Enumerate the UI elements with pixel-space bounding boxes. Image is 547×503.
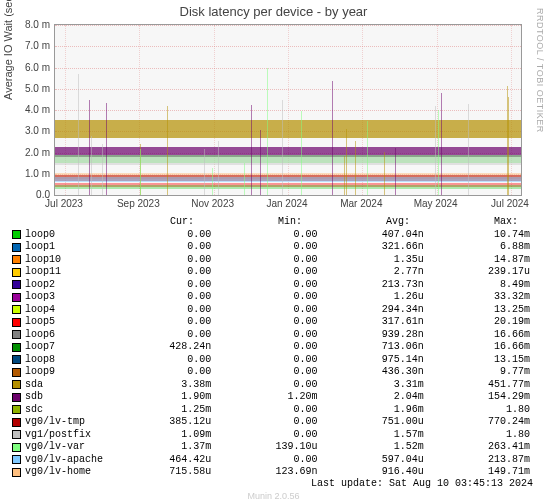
legend-row: vg0/lv-apache464.42u0.00597.04u213.87m xyxy=(12,454,530,467)
legend-row: loop10.000.00321.66n6.88m xyxy=(12,241,530,254)
y-tick: 7.0 m xyxy=(25,40,50,51)
legend-avg: 939.28n xyxy=(318,329,424,342)
legend-min: 0.00 xyxy=(211,416,317,429)
legend-cur: 1.25m xyxy=(105,404,211,417)
y-tick: 2.0 m xyxy=(25,146,50,157)
rrdtool-credit: RRDTOOL / TOBI OETIKER xyxy=(535,8,545,133)
y-tick: 5.0 m xyxy=(25,82,50,93)
legend-row: vg1/postfix1.09m0.001.57m1.80 xyxy=(12,429,530,442)
legend-row: loop90.000.00436.30n9.77m xyxy=(12,366,530,379)
legend-min: 0.00 xyxy=(211,254,317,267)
legend-max: 6.88m xyxy=(424,241,530,254)
legend-cur: 1.37m xyxy=(105,441,211,454)
legend-avg: 2.04m xyxy=(318,391,424,404)
legend-color-chip xyxy=(12,393,21,402)
legend-color-chip xyxy=(12,455,21,464)
legend-color-chip xyxy=(12,430,21,439)
legend-max: 13.15m xyxy=(424,354,530,367)
y-tick: 3.0 m xyxy=(25,125,50,136)
legend-series-name: vg0/lv-apache xyxy=(25,454,105,467)
legend-row: loop7428.24n0.00713.06n16.66m xyxy=(12,341,530,354)
legend-series-name: loop10 xyxy=(25,254,105,267)
legend-cur: 715.58u xyxy=(105,466,211,479)
legend-color-chip xyxy=(12,268,21,277)
legend-max: 9.77m xyxy=(424,366,530,379)
legend-min: 0.00 xyxy=(211,304,317,317)
x-tick: Sep 2023 xyxy=(117,198,160,209)
legend-color-chip xyxy=(12,330,21,339)
legend-avg: 1.52m xyxy=(318,441,424,454)
legend-cur: 0.00 xyxy=(105,291,211,304)
col-cur: Cur: xyxy=(86,216,194,229)
legend-color-chip xyxy=(12,318,21,327)
legend-series-name: loop4 xyxy=(25,304,105,317)
legend-min: 139.10u xyxy=(211,441,317,454)
chart-title: Disk latency per device - by year xyxy=(0,4,547,19)
legend-row: loop50.000.00317.61n20.19m xyxy=(12,316,530,329)
legend-color-chip xyxy=(12,418,21,427)
legend-color-chip xyxy=(12,343,21,352)
x-tick: Mar 2024 xyxy=(340,198,382,209)
legend-cur: 464.42u xyxy=(105,454,211,467)
legend-avg: 213.73n xyxy=(318,279,424,292)
legend-min: 0.00 xyxy=(211,341,317,354)
legend-color-chip xyxy=(12,368,21,377)
y-axis-ticks: 0.01.0 m2.0 m3.0 m4.0 m5.0 m6.0 m7.0 m8.… xyxy=(24,20,52,196)
x-tick: Jan 2024 xyxy=(266,198,307,209)
legend-series-name: loop9 xyxy=(25,366,105,379)
legend-cur: 0.00 xyxy=(105,229,211,242)
legend-min: 0.00 xyxy=(211,291,317,304)
legend-max: 8.49m xyxy=(424,279,530,292)
legend-max: 451.77m xyxy=(424,379,530,392)
x-tick: Nov 2023 xyxy=(191,198,234,209)
legend-cur: 3.38m xyxy=(105,379,211,392)
legend-max: 239.17u xyxy=(424,266,530,279)
legend-avg: 751.00u xyxy=(318,416,424,429)
legend-color-chip xyxy=(12,355,21,364)
legend-row: loop00.000.00407.04n10.74m xyxy=(12,229,530,242)
legend-min: 0.00 xyxy=(211,429,317,442)
legend-row: loop60.000.00939.28n16.66m xyxy=(12,329,530,342)
legend-max: 13.25m xyxy=(424,304,530,317)
legend-series-name: loop1 xyxy=(25,241,105,254)
x-tick: Jul 2023 xyxy=(45,198,83,209)
y-tick: 1.0 m xyxy=(25,167,50,178)
legend-series-name: vg0/lv-var xyxy=(25,441,105,454)
legend-table: Cur: Min: Avg: Max: loop00.000.00407.04n… xyxy=(12,216,530,479)
legend-avg: 294.34n xyxy=(318,304,424,317)
legend-color-chip xyxy=(12,305,21,314)
legend-row: sdb1.90m1.20m2.04m154.29m xyxy=(12,391,530,404)
legend-color-chip xyxy=(12,243,21,252)
legend-series-name: loop2 xyxy=(25,279,105,292)
legend-avg: 321.66n xyxy=(318,241,424,254)
legend-cur: 0.00 xyxy=(105,329,211,342)
legend-min: 0.00 xyxy=(211,404,317,417)
legend-series-name: vg0/lv-tmp xyxy=(25,416,105,429)
legend-min: 0.00 xyxy=(211,316,317,329)
legend-avg: 407.04n xyxy=(318,229,424,242)
legend-cur: 428.24n xyxy=(105,341,211,354)
legend-cur: 0.00 xyxy=(105,304,211,317)
x-axis-ticks: Jul 2023Sep 2023Nov 2023Jan 2024Mar 2024… xyxy=(54,198,522,212)
legend-avg: 317.61n xyxy=(318,316,424,329)
legend-series-name: sda xyxy=(25,379,105,392)
legend-series-name: vg1/postfix xyxy=(25,429,105,442)
y-tick: 8.0 m xyxy=(25,19,50,30)
legend-series-name: sdc xyxy=(25,404,105,417)
y-tick: 4.0 m xyxy=(25,104,50,115)
legend-avg: 713.06n xyxy=(318,341,424,354)
legend-min: 0.00 xyxy=(211,379,317,392)
legend-cur: 1.09m xyxy=(105,429,211,442)
col-max: Max: xyxy=(410,216,518,229)
legend-row: loop80.000.00975.14n13.15m xyxy=(12,354,530,367)
legend-cur: 0.00 xyxy=(105,254,211,267)
legend-series-name: loop0 xyxy=(25,229,105,242)
y-axis-label: Average IO Wait (seconds) xyxy=(2,0,14,100)
legend-cur: 0.00 xyxy=(105,316,211,329)
legend-color-chip xyxy=(12,230,21,239)
legend-series-name: loop11 xyxy=(25,266,105,279)
legend-avg: 1.57m xyxy=(318,429,424,442)
legend-max: 154.29m xyxy=(424,391,530,404)
legend-avg: 1.26u xyxy=(318,291,424,304)
legend-max: 263.41m xyxy=(424,441,530,454)
